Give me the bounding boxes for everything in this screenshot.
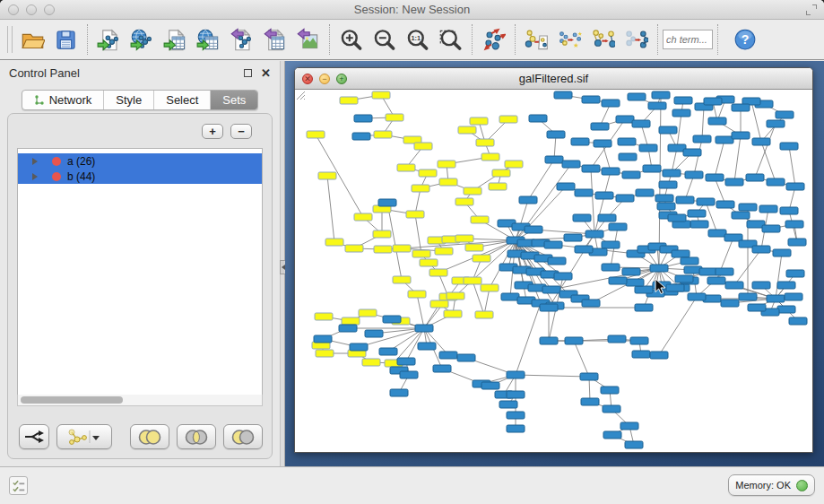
difference-sets-button[interactable] [223, 424, 263, 449]
tab-select[interactable]: Select [154, 91, 211, 109]
import-table-file-button[interactable] [159, 23, 192, 56]
tab-label: Select [166, 93, 198, 107]
tab-network[interactable]: Network [22, 91, 105, 109]
union-sets-button[interactable] [130, 424, 169, 449]
zoom-actual-size-icon: 1:1 [405, 28, 429, 52]
set-color-icon [52, 157, 61, 166]
tab-label: Style [116, 93, 142, 107]
sets-list[interactable]: a (26)b (44) [17, 148, 263, 406]
tab-label: Network [49, 93, 92, 107]
show-hidden-nodes-button[interactable] [620, 23, 653, 56]
split-set-button[interactable] [19, 424, 49, 449]
import-table-url-button[interactable] [192, 23, 225, 56]
yellow-network-icon [66, 429, 88, 445]
horizontal-scrollbar[interactable] [17, 395, 263, 406]
import-network-url-icon [130, 28, 154, 52]
zoom-fit-selected-button[interactable] [434, 23, 467, 56]
zoom-fit-selected-icon [438, 28, 463, 52]
search-input[interactable] [663, 30, 713, 49]
save-session-button[interactable] [49, 23, 82, 56]
network-graph-svg[interactable] [295, 90, 812, 452]
control-panel-title: Control Panel [9, 66, 244, 80]
svg-text:1:1: 1:1 [412, 34, 421, 42]
toolbar-grip [7, 26, 13, 53]
fullscreen-icon[interactable] [805, 4, 818, 16]
open-session-button[interactable] [16, 23, 49, 56]
new-network-from-selection-button[interactable] [520, 23, 553, 56]
remove-set-button[interactable]: − [230, 124, 252, 139]
network-desktop: ✕ − + galFiltered.sif [285, 61, 824, 466]
tab-segmented-control: NetworkStyleSelectSets [22, 90, 259, 110]
window-title: Session: New Session [0, 3, 824, 16]
add-set-button[interactable]: + [202, 124, 223, 139]
export-table-icon [263, 28, 287, 52]
new-network-from-selection-icon [525, 28, 549, 52]
intersect-sets-button[interactable] [177, 424, 216, 449]
set-label: b (44) [67, 170, 95, 183]
tab-sets[interactable]: Sets [211, 91, 257, 109]
scrollbar-thumb[interactable] [21, 396, 123, 404]
control-panel-tabs: NetworkStyleSelectSets [0, 90, 280, 110]
split-arrows-icon [24, 429, 44, 445]
memory-ok-indicator [796, 480, 808, 491]
set-label: a (26) [67, 155, 95, 168]
import-network-file-button[interactable] [92, 23, 126, 56]
save-session-icon [54, 28, 78, 52]
open-session-icon [21, 28, 45, 52]
export-image-button[interactable] [291, 23, 325, 56]
zoom-out-button[interactable] [368, 23, 401, 56]
apply-layout-button[interactable] [477, 23, 510, 56]
status-bar: Memory: OK [0, 466, 824, 504]
control-panel-header: Control Panel ✕ [0, 61, 280, 84]
network-view-window: ✕ − + galFiltered.sif [294, 67, 813, 453]
apply-layout-icon [481, 28, 506, 52]
tab-style[interactable]: Style [104, 91, 154, 109]
help-icon: ? [733, 28, 757, 51]
network-canvas[interactable] [295, 90, 812, 452]
help-button[interactable]: ? [732, 26, 759, 53]
resize-grip-icon[interactable] [295, 90, 306, 100]
select-neighbors-button[interactable] [586, 23, 620, 56]
expander-icon[interactable] [32, 158, 38, 165]
float-panel-icon[interactable] [244, 69, 252, 77]
zoom-actual-size-button[interactable]: 1:1 [401, 23, 434, 56]
memory-status-label: Memory: OK [735, 480, 791, 491]
select-neighbors-icon [591, 28, 615, 52]
zoom-out-icon [372, 28, 396, 52]
dropdown-arrow-icon [88, 429, 102, 445]
sets-panel: + − a (26)b (44) [7, 113, 273, 459]
window-titlebar[interactable]: Session: New Session [0, 0, 824, 20]
memory-status-button[interactable]: Memory: OK [728, 474, 815, 496]
import-network-url-button[interactable] [126, 23, 159, 56]
network-window-title: galFiltered.sif [295, 72, 812, 85]
export-table-button[interactable] [258, 23, 291, 56]
venn-difference-icon [230, 429, 256, 446]
control-panel: Control Panel ✕ NetworkStyleSelectSets +… [0, 61, 280, 466]
application-window: Session: New Session 1:1 ? Control Panel… [0, 0, 824, 504]
main-toolbar: 1:1 ? [0, 20, 824, 60]
import-network-file-icon [97, 28, 121, 52]
clone-network-button[interactable] [553, 23, 586, 56]
set-row[interactable]: b (44) [18, 169, 262, 184]
svg-text:?: ? [742, 32, 750, 47]
create-set-from-network-button[interactable] [56, 424, 112, 449]
export-network-icon [230, 28, 254, 52]
venn-union-icon [137, 429, 162, 446]
set-color-icon [52, 172, 61, 181]
sets-toolbar [19, 424, 270, 449]
zoom-in-icon [339, 28, 363, 52]
import-table-url-icon [196, 28, 221, 52]
network-window-titlebar[interactable]: ✕ − + galFiltered.sif [295, 68, 812, 90]
export-image-icon [296, 28, 320, 52]
network-tab-icon [34, 95, 45, 106]
task-list-icon [12, 479, 26, 493]
zoom-in-button[interactable] [334, 23, 368, 56]
close-panel-icon[interactable]: ✕ [261, 67, 271, 79]
set-row[interactable]: a (26) [18, 153, 262, 169]
export-network-button[interactable] [225, 23, 258, 56]
task-monitor-button[interactable] [9, 476, 28, 495]
main-area: Control Panel ✕ NetworkStyleSelectSets +… [0, 61, 824, 466]
toolbar-buttons: 1:1 [16, 23, 663, 56]
expander-icon[interactable] [32, 173, 38, 180]
clone-network-icon [558, 28, 582, 52]
